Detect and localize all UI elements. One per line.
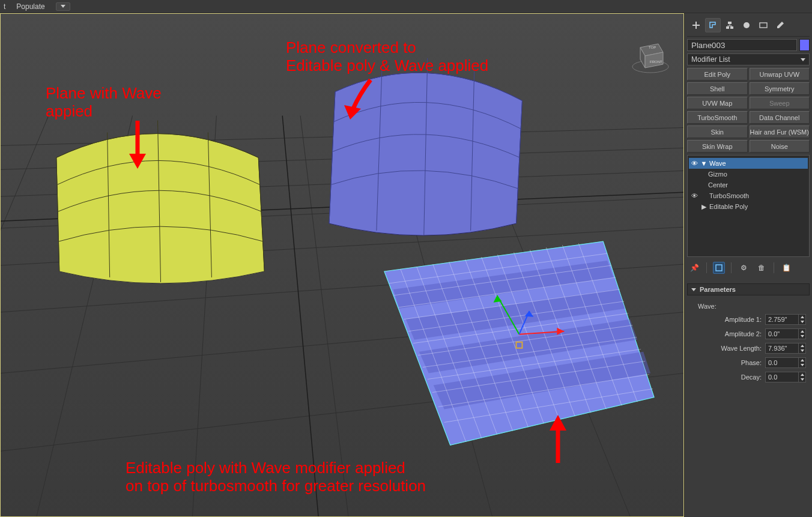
svg-line-32 [482,257,544,423]
spinner-amplitude2[interactable] [765,328,806,339]
btn-shell[interactable]: Shell [687,82,748,95]
btn-noise[interactable]: Noise [750,140,810,153]
tab-motion[interactable] [739,18,754,32]
svg-line-33 [498,255,560,420]
stack-item-center[interactable]: Center [689,180,808,190]
input-amplitude2[interactable] [766,329,798,339]
tab-create[interactable] [688,18,704,32]
btn-turbosmooth[interactable]: TurboSmooth [687,111,748,124]
svg-line-26 [384,271,450,445]
svg-line-3 [1,197,683,228]
btn-unwrap-uvw[interactable]: Unwrap UVW [750,68,810,80]
btn-hair-fur[interactable]: Hair and Fur (WSM) [750,125,810,138]
svg-marker-45 [524,311,533,317]
svg-line-9 [37,116,133,516]
expand-icon[interactable]: ▼ [701,160,707,167]
svg-line-13 [468,116,631,516]
annotation-1: Plane with Wave appied [46,85,162,121]
svg-line-40 [497,295,520,334]
rollout-header[interactable]: Parameters [687,283,810,295]
param-amplitude2: Amplitude 2: [697,327,806,341]
svg-line-38 [578,243,637,402]
input-amplitude1[interactable] [766,315,798,324]
svg-line-35 [530,250,590,413]
btn-edit-poly[interactable]: Edit Poly [687,68,748,80]
expand-icon[interactable]: ▶ [701,203,707,211]
spinner-amplitude1[interactable] [765,314,806,325]
command-panel-tabs [687,16,810,37]
stack-item-turbosmooth[interactable]: 👁 TurboSmooth [689,190,808,201]
svg-line-31 [465,259,529,427]
remove-modifier-icon[interactable]: 🗑 [756,262,768,274]
modifier-list-dropdown[interactable]: Modifier List [687,53,810,65]
rollout-subhead: Wave: [697,300,806,312]
object-color-swatch[interactable] [799,39,810,51]
svg-line-15 [282,116,318,516]
stack-toolbar: 📌 ⚙ 🗑 📋 [687,259,810,276]
svg-line-18 [158,121,161,282]
menu-item-populate[interactable]: Populate [16,2,44,11]
stack-item-editable-poly[interactable]: ▶ Editable Poly [689,201,808,212]
visibility-icon[interactable]: 👁 [690,192,698,199]
btn-uvw-map[interactable]: UVW Map [687,97,748,109]
svg-line-16 [56,157,59,271]
svg-rect-58 [726,26,729,29]
configure-sets-icon[interactable]: 📋 [780,262,792,274]
svg-line-4 [1,227,683,265]
visibility-icon[interactable]: 👁 [690,160,698,167]
svg-line-0 [1,128,683,146]
svg-line-22 [377,69,382,231]
svg-line-28 [417,267,482,438]
svg-line-42 [519,331,564,334]
param-decay: Decay: [697,370,806,384]
svg-line-23 [424,58,428,235]
make-unique-icon[interactable]: ⚙ [738,262,750,274]
svg-line-10 [192,116,216,516]
btn-skin[interactable]: Skin [687,125,748,138]
btn-sweep[interactable]: Sweep [750,97,810,109]
object-name-input[interactable] [687,39,797,51]
spinner-wavelength[interactable] [765,343,806,354]
pin-stack-icon[interactable]: 📌 [688,262,700,274]
svg-line-29 [433,264,497,434]
modifier-stack[interactable]: 👁 ▼ Wave Gizmo Center 👁 TurboSmooth ▶ Ed… [687,155,810,257]
show-end-result-icon[interactable] [713,262,725,274]
svg-line-25 [516,101,522,224]
svg-line-8 [1,116,49,516]
param-amplitude1: Amplitude 1: [697,312,806,327]
btn-skin-wrap[interactable]: Skin Wrap [687,140,748,153]
input-wavelength[interactable] [766,343,798,353]
stack-item-gizmo[interactable]: Gizmo [689,169,808,180]
svg-line-17 [108,133,110,277]
btn-data-channel[interactable]: Data Channel [750,111,810,124]
btn-symmetry[interactable]: Symmetry [750,82,810,95]
spinner-decay[interactable] [765,372,806,382]
tab-display[interactable] [756,18,771,32]
svg-line-12 [384,116,492,516]
svg-line-30 [449,262,513,431]
svg-rect-59 [730,26,733,29]
tab-hierarchy[interactable] [722,18,738,32]
tab-modify[interactable] [705,18,721,32]
svg-line-5 [1,264,683,312]
stack-item-wave[interactable]: 👁 ▼ Wave [689,158,808,169]
svg-marker-43 [557,328,564,335]
input-decay[interactable] [766,372,798,382]
svg-line-1 [1,148,683,169]
svg-line-24 [471,71,474,231]
svg-rect-64 [716,265,722,271]
menu-item-left[interactable]: t [4,2,5,11]
svg-line-27 [401,269,466,441]
spinner-phase[interactable] [765,357,806,368]
annotation-3: Editable poly with Wave modifier applied… [126,459,426,495]
input-phase[interactable] [766,358,798,367]
svg-line-21 [329,92,335,223]
svg-line-6 [1,312,683,373]
svg-line-7 [1,373,683,452]
svg-line-14 [1,192,683,221]
viewport[interactable]: TOP FRONT Plane with Wave appied Plane c… [0,13,684,517]
svg-line-2 [1,171,683,196]
tab-utilities[interactable] [772,18,788,32]
toolbar-dropdown[interactable] [56,2,70,11]
top-toolbar: t Populate [0,0,812,13]
